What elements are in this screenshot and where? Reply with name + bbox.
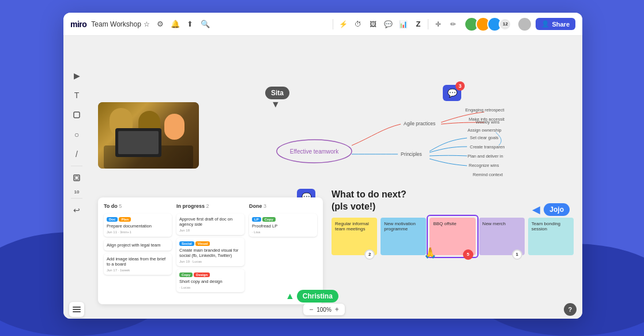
kanban-card[interactable]: LP Copy Proofread LP · Lisa: [249, 214, 317, 237]
avatar-group: 12: [464, 17, 511, 32]
svg-rect-0: [74, 112, 80, 118]
shape-tool[interactable]: [69, 107, 85, 123]
svg-text:Plan and deliver in time: Plan and deliver in time: [468, 154, 504, 159]
select-tool[interactable]: ▶: [69, 68, 85, 84]
frame-tool[interactable]: [69, 170, 85, 186]
jojo-arrow: ◀: [532, 203, 540, 216]
photo-frame: [98, 102, 199, 169]
pencil-icon[interactable]: ✏: [447, 18, 460, 31]
svg-text:Agile practices: Agile practices: [404, 121, 435, 126]
pen-tool[interactable]: ○: [69, 126, 85, 143]
cursor-sita: Sita ▼: [265, 87, 289, 110]
kanban-col-header-done: Done 3: [249, 203, 317, 209]
share-button[interactable]: 👤 Share: [536, 18, 575, 30]
svg-text:Principles: Principles: [401, 151, 422, 157]
bottom-bar: − 100% + ?: [63, 300, 582, 319]
settings-icon[interactable]: ⚙: [155, 18, 166, 30]
svg-text:Set clear goals: Set clear goals: [470, 135, 499, 140]
svg-text:Recognize wins: Recognize wins: [469, 163, 499, 168]
emoji-hands: 🙏: [424, 247, 436, 259]
cursor-sita-label: Sita: [265, 87, 289, 99]
kanban-card[interactable]: Social Visual Create main branded visual…: [176, 238, 244, 266]
sticky-regular-meetings[interactable]: Regular informal team meetings 2: [332, 218, 377, 255]
chat-badge: 3: [455, 81, 465, 91]
kanban-col-todo: Doc Plan Prepare documentation Jun 11 · …: [104, 214, 172, 294]
svg-text:Assign ownership: Assign ownership: [468, 128, 502, 133]
zoom-plus-button[interactable]: +: [334, 305, 340, 313]
sticky-team-bonding[interactable]: Team bonding session: [528, 218, 574, 255]
z-icon[interactable]: Z: [412, 18, 424, 31]
vote-count-1: 2: [364, 249, 375, 260]
kanban-header: To do 5 In progress 2 Done 3: [104, 203, 317, 209]
miro-logo: miro: [70, 20, 86, 29]
topbar: miro Team Workshop ☆ ⚙ 🔔 ⬆ 🔍 ⚡ ⏱ 🖼 💬 📊 Z…: [63, 13, 582, 36]
left-toolbar: ▶ T ○ / 10 ↩: [68, 68, 85, 218]
undo-tool[interactable]: ↩: [69, 202, 85, 218]
svg-rect-2: [75, 176, 78, 180]
image-icon[interactable]: 🖼: [367, 18, 379, 31]
help-button[interactable]: ?: [564, 303, 577, 316]
kanban-col-header-inprogress: In progress 2: [176, 203, 244, 209]
christina-arrow: ▲: [285, 291, 295, 301]
text-tool[interactable]: T: [69, 87, 85, 103]
select-icon[interactable]: ✛: [432, 18, 445, 31]
vote-count-3: 5: [463, 249, 473, 260]
kanban-card[interactable]: Align project with legal team: [104, 240, 172, 251]
kanban-card[interactable]: Approve first draft of doc on agency sid…: [176, 214, 244, 235]
export-icon[interactable]: ⬆: [184, 18, 196, 30]
avatar-count: 12: [499, 18, 511, 31]
topbar-left: miro Team Workshop ☆ ⚙ 🔔 ⬆ 🔍: [70, 18, 327, 30]
kanban-card[interactable]: Add image ideas from the brief to a boar…: [104, 253, 172, 275]
zoom-controls: − 100% +: [303, 304, 345, 315]
canvas[interactable]: ▶ T ○ / 10 ↩: [63, 36, 582, 319]
svg-rect-17: [73, 309, 81, 310]
chat-bubble-icon[interactable]: 💬: [382, 18, 394, 31]
svg-text:Engaging retrospectives: Engaging retrospectives: [465, 107, 504, 113]
kanban-card[interactable]: Doc Plan Prepare documentation Jun 11 · …: [104, 214, 172, 237]
svg-text:Make info accessible: Make info accessible: [469, 117, 504, 122]
zoom-indicator: 10: [74, 189, 80, 195]
search-icon[interactable]: 🔍: [199, 18, 211, 30]
svg-rect-18: [73, 311, 81, 312]
zoom-level-display: 100%: [317, 307, 332, 313]
svg-rect-16: [73, 307, 81, 308]
timer-icon[interactable]: ⏱: [352, 18, 364, 31]
lightning-icon[interactable]: ⚡: [337, 18, 349, 31]
board-name[interactable]: Team Workshop ☆: [91, 20, 149, 28]
notifications-icon[interactable]: 🔔: [170, 18, 181, 30]
line-tool[interactable]: /: [69, 146, 85, 162]
vote-count-4: 1: [512, 249, 522, 260]
cursor-jojo: ◀ Jojo: [532, 203, 570, 216]
kanban-board: To do 5 In progress 2 Done 3 Doc Plan Pr…: [98, 197, 323, 304]
kanban-col-done: LP Copy Proofread LP · Lisa: [249, 214, 317, 294]
sita-arrow: ▼: [271, 99, 289, 110]
sticky-motivation[interactable]: New motivation programme: [381, 218, 426, 255]
main-window: miro Team Workshop ☆ ⚙ 🔔 ⬆ 🔍 ⚡ ⏱ 🖼 💬 📊 Z…: [63, 13, 582, 319]
cursor-christina: ▲ Christina: [285, 290, 338, 303]
zoom-minus-button[interactable]: −: [308, 305, 314, 313]
cursor-jojo-label: Jojo: [544, 203, 570, 216]
user-avatar[interactable]: [517, 17, 532, 32]
chat-icon-1[interactable]: 💬 3: [443, 85, 461, 101]
sticky-bbq[interactable]: BBQ offsite 5: [430, 218, 475, 255]
topbar-settings-icons: ⚙ 🔔 ⬆ 🔍: [155, 18, 211, 30]
cursor-christina-label: Christina: [297, 290, 338, 303]
stickies-row: Regular informal team meetings 2 New mot…: [332, 218, 574, 255]
center-toolbar: ⚡ ⏱ 🖼 💬 📊 Z ✛ ✏: [332, 18, 460, 31]
chart-icon[interactable]: 📊: [397, 18, 409, 31]
svg-text:Effective teamwork: Effective teamwork: [290, 148, 339, 155]
kanban-card[interactable]: Copy Design Short copy and design · Luca…: [176, 269, 244, 292]
topbar-right: 12 👤 Share: [464, 17, 575, 32]
sticky-merch[interactable]: New merch 1: [479, 218, 525, 255]
kanban-col-inprogress: Approve first draft of doc on agency sid…: [176, 214, 244, 294]
sidebar-toggle[interactable]: [69, 302, 84, 317]
svg-text:Remind context: Remind context: [473, 172, 503, 177]
kanban-columns: Doc Plan Prepare documentation Jun 11 · …: [104, 214, 317, 294]
kanban-col-header-todo: To do 5: [104, 203, 172, 209]
